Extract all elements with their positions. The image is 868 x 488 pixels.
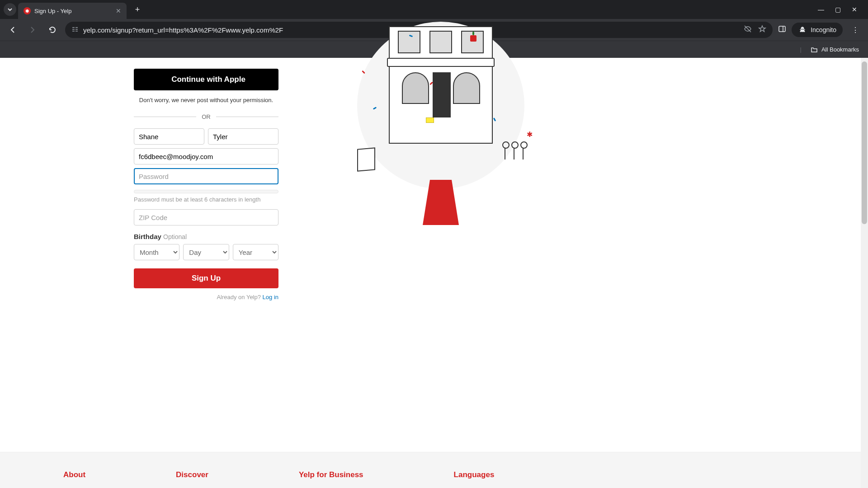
page-footer: About Discover Yelp for Business Languag… — [0, 452, 868, 488]
browser-tab[interactable]: ✱ Sign Up - Yelp ✕ — [18, 3, 127, 19]
tab-title: Sign Up - Yelp — [34, 8, 112, 14]
svg-rect-1 — [75, 27, 78, 28]
arrow-left-icon — [9, 26, 17, 34]
birthday-label-text: Birthday — [134, 233, 161, 240]
page-content: Continue with Apple Don't worry, we neve… — [0, 58, 868, 488]
svg-rect-2 — [72, 29, 75, 30]
signup-submit-button[interactable]: Sign Up — [134, 268, 278, 288]
separator-line — [216, 117, 278, 117]
yelp-burst-icon: ✱ — [527, 130, 533, 139]
already-on-yelp-text: Already on Yelp? — [217, 294, 262, 300]
all-bookmarks-label: All Bookmarks — [821, 46, 859, 53]
password-input[interactable] — [134, 168, 278, 184]
or-separator: OR — [134, 113, 278, 120]
or-label: OR — [196, 113, 216, 120]
birthday-day-select[interactable]: Day — [183, 244, 229, 260]
footer-heading-languages: Languages — [454, 470, 495, 488]
reload-icon — [48, 26, 57, 34]
last-name-input[interactable] — [208, 128, 278, 145]
scrollbar-thumb[interactable] — [862, 61, 867, 224]
all-bookmarks-button[interactable]: All Bookmarks — [811, 46, 859, 53]
yelp-favicon-icon: ✱ — [24, 7, 31, 14]
close-window-button[interactable]: ✕ — [852, 6, 857, 13]
window-controls: — ▢ ✕ — [818, 6, 864, 13]
birthday-optional-text: Optional — [163, 233, 187, 240]
permission-disclaimer: Don't worry, we never post without your … — [134, 97, 278, 103]
signup-illustration: ✱ — [357, 58, 538, 193]
back-button[interactable] — [5, 23, 20, 37]
reload-button[interactable] — [45, 23, 60, 37]
minimize-button[interactable]: — — [818, 6, 824, 13]
password-hint: Password must be at least 6 characters i… — [134, 196, 278, 203]
signup-form-column: Continue with Apple Don't worry, we neve… — [0, 58, 289, 488]
tab-search-dropdown[interactable] — [4, 3, 16, 16]
birthday-year-select[interactable]: Year — [233, 244, 278, 260]
scrollbar[interactable] — [861, 58, 868, 488]
continue-with-apple-button[interactable]: Continue with Apple — [134, 69, 278, 90]
svg-rect-4 — [72, 31, 75, 32]
forward-button — [25, 23, 40, 37]
incognito-icon — [798, 25, 807, 34]
close-icon[interactable]: ✕ — [116, 7, 121, 14]
illustration-column: ✱ — [289, 58, 868, 488]
site-settings-icon[interactable] — [71, 26, 79, 34]
arrow-right-icon — [28, 26, 37, 34]
first-name-input[interactable] — [134, 128, 204, 145]
apple-button-label: Continue with Apple — [171, 75, 245, 84]
login-link[interactable]: Log in — [263, 294, 278, 300]
email-input[interactable] — [134, 148, 278, 164]
side-panel-icon[interactable] — [778, 25, 786, 35]
password-strength-bar — [134, 190, 278, 193]
chevron-down-icon — [7, 7, 13, 12]
separator-line — [134, 117, 196, 117]
footer-heading-discover: Discover — [176, 470, 208, 488]
folder-icon — [811, 46, 818, 53]
zip-code-input[interactable] — [134, 209, 278, 225]
svg-rect-6 — [779, 26, 785, 32]
svg-rect-0 — [72, 27, 75, 28]
new-tab-button[interactable]: + — [131, 3, 144, 16]
bookmark-star-icon[interactable] — [758, 25, 766, 35]
signup-button-label: Sign Up — [192, 274, 221, 282]
svg-rect-5 — [75, 31, 78, 32]
footer-heading-about: About — [63, 470, 85, 488]
birthday-label: Birthday Optional — [134, 233, 278, 240]
birthday-month-select[interactable]: Month — [134, 244, 179, 260]
browser-menu-button[interactable]: ⋮ — [848, 26, 863, 34]
eye-off-icon[interactable] — [744, 25, 752, 35]
login-prompt: Already on Yelp? Log in — [134, 294, 278, 300]
svg-rect-3 — [75, 29, 78, 30]
maximize-button[interactable]: ▢ — [835, 6, 841, 13]
incognito-label: Incognito — [811, 26, 836, 33]
footer-heading-business: Yelp for Business — [299, 470, 363, 488]
tab-strip: ✱ Sign Up - Yelp ✕ + — ▢ ✕ — [0, 0, 868, 19]
incognito-badge[interactable]: Incognito — [792, 23, 843, 37]
